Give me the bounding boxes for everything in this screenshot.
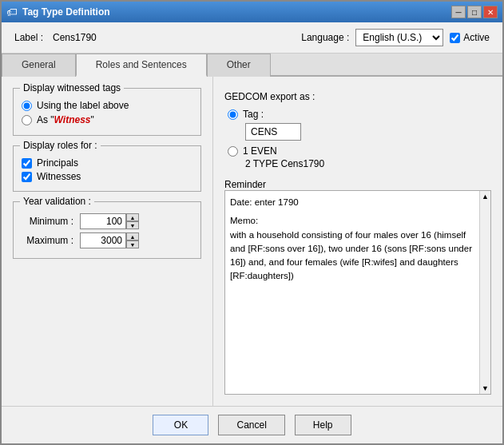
maximum-spin-up[interactable]: ▲ [126, 232, 139, 240]
type-label: 2 TYPE Cens1790 [245, 158, 324, 169]
title-bar-left: 🏷 Tag Type Definition [6, 6, 110, 18]
witnesses-row: Witnesses [22, 171, 192, 182]
reminder-label: Reminder [224, 179, 491, 190]
minimum-spin-up[interactable]: ▲ [126, 213, 139, 221]
minimum-label: Minimum : [22, 216, 73, 227]
footer: OK Cancel Help [2, 406, 502, 443]
right-panel: GEDCOM export as : Tag : CENS 1 EVEN 2 T [213, 77, 502, 406]
witness-label-text: Witness [54, 114, 91, 125]
maximum-label: Maximum : [22, 235, 73, 246]
tab-bar: General Roles and Sentences Other [2, 54, 502, 77]
ok-button[interactable]: OK [153, 415, 208, 435]
minimum-input[interactable]: 100 [80, 213, 126, 229]
tab-other[interactable]: Other [207, 54, 271, 77]
tag-radio-row: Tag : [228, 109, 491, 120]
maximum-input[interactable]: 3000 [80, 232, 126, 248]
window-icon: 🏷 [6, 6, 18, 18]
roles-content: Principals Witnesses [22, 157, 192, 182]
radio-using-label[interactable] [22, 101, 32, 111]
gedcom-section: GEDCOM export as : Tag : CENS 1 EVEN 2 T [224, 91, 491, 171]
radio-witness-row: As "Witness" [22, 114, 192, 125]
maximum-spin-down[interactable]: ▼ [126, 240, 139, 248]
principals-label[interactable]: Principals [37, 157, 78, 169]
maximum-spinner: 3000 ▲ ▼ [80, 232, 139, 248]
tab-roles[interactable]: Roles and Sentences [76, 54, 207, 77]
even-label[interactable]: 1 EVEN [243, 145, 277, 157]
help-button[interactable]: Help [295, 415, 351, 435]
language-label: Language : [301, 32, 349, 43]
principals-row: Principals [22, 157, 192, 169]
minimize-button[interactable]: ─ [451, 6, 466, 18]
tag-input[interactable]: CENS [245, 123, 301, 141]
window-title: Tag Type Definition [22, 6, 110, 18]
type-row: 2 TYPE Cens1790 [245, 158, 491, 169]
active-label[interactable]: Active [463, 32, 490, 43]
witnessed-tags-group: Display witnessed tags Using the label a… [13, 88, 201, 136]
gedcom-label: GEDCOM export as : [224, 91, 491, 102]
year-validation-group: Year validation : Minimum : 100 ▲ ▼ [13, 201, 201, 259]
year-content: Minimum : 100 ▲ ▼ Maximum : 3000 [22, 213, 192, 248]
maximum-row: Maximum : 3000 ▲ ▼ [22, 232, 192, 248]
language-section: Language : English (U.S.) French German … [301, 29, 490, 46]
reminder-text-area: Date: enter 1790 Memo: with a household … [224, 190, 491, 395]
label-label: Label : [14, 32, 43, 43]
display-roles-group: Display roles for : Principals Witnesses [13, 145, 201, 192]
reminder-memo-label: Memo: [230, 214, 474, 228]
radio-witness-text[interactable]: As "Witness" [37, 114, 94, 125]
maximum-spin-buttons: ▲ ▼ [126, 232, 139, 248]
witnesses-label[interactable]: Witnesses [37, 171, 81, 182]
tag-radio-label[interactable]: Tag : [243, 109, 264, 120]
even-row: 1 EVEN [228, 145, 491, 157]
minimum-spin-down[interactable]: ▼ [126, 221, 139, 229]
principals-checkbox[interactable] [22, 158, 32, 169]
tab-general[interactable]: General [2, 54, 76, 77]
active-section: Active [450, 32, 490, 43]
tag-radio[interactable] [228, 109, 238, 120]
display-roles-label: Display roles for : [20, 140, 101, 151]
radio-using-row: Using the label above [22, 100, 192, 111]
radio-using-text[interactable]: Using the label above [37, 100, 129, 111]
year-validation-label: Year validation : [20, 196, 94, 207]
tab-content: Display witnessed tags Using the label a… [2, 77, 502, 406]
reminder-content: Date: enter 1790 Memo: with a household … [225, 191, 479, 394]
reminder-date: Date: enter 1790 [230, 196, 474, 209]
minimum-spin-buttons: ▲ ▼ [126, 213, 139, 229]
reminder-memo: with a household consisting of four male… [230, 228, 474, 284]
minimum-row: Minimum : 100 ▲ ▼ [22, 213, 192, 229]
header-bar: Label : Cens1790 Language : English (U.S… [2, 22, 502, 54]
label-value: Cens1790 [53, 32, 97, 43]
maximize-button[interactable]: □ [467, 6, 482, 18]
gedcom-radio-group: Tag : CENS 1 EVEN 2 TYPE Cens1790 [228, 109, 491, 169]
close-button[interactable]: ✕ [483, 6, 498, 18]
radio-as-witness[interactable] [22, 115, 32, 125]
title-bar: 🏷 Tag Type Definition ─ □ ✕ [2, 2, 502, 22]
minimum-spinner: 100 ▲ ▼ [80, 213, 139, 229]
cancel-button[interactable]: Cancel [218, 415, 284, 435]
active-checkbox[interactable] [450, 33, 460, 43]
witnessed-group-label: Display witnessed tags [20, 82, 124, 93]
title-buttons: ─ □ ✕ [451, 6, 498, 18]
witnesses-checkbox[interactable] [22, 172, 32, 182]
witnessed-group-content: Using the label above As "Witness" [22, 100, 192, 125]
reminder-section: Reminder Date: enter 1790 Memo: with a h… [224, 179, 491, 395]
main-window: 🏷 Tag Type Definition ─ □ ✕ Label : Cens… [0, 0, 504, 445]
language-select[interactable]: English (U.S.) French German Spanish [355, 29, 443, 46]
left-panel: Display witnessed tags Using the label a… [2, 77, 213, 406]
reminder-scrollbar[interactable]: ▲ ▼ [479, 191, 490, 394]
even-radio[interactable] [228, 146, 238, 157]
tag-input-row: CENS [245, 123, 491, 141]
